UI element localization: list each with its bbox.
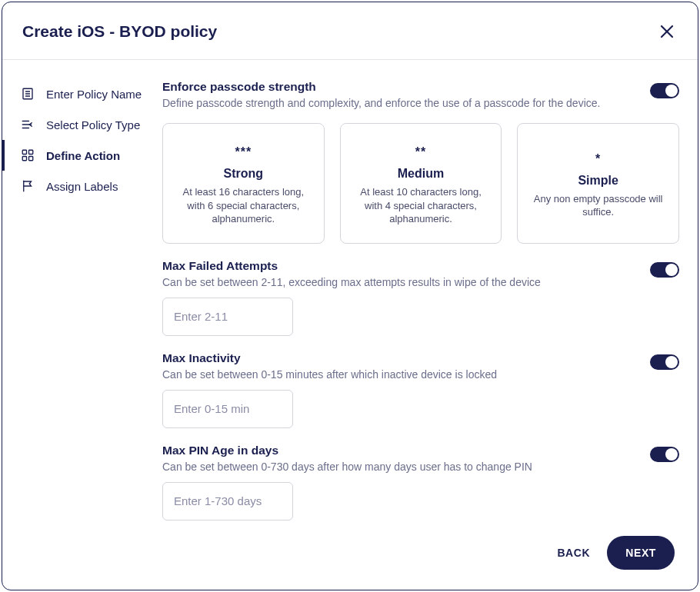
sidebar-item-label: Select Policy Type — [46, 118, 140, 131]
section-header: Max Failed Attempts Can be set between 2… — [162, 259, 679, 288]
dialog-footer: BACK NEXT — [2, 524, 698, 590]
card-description: Any non empty passcode will suffice. — [530, 192, 666, 219]
passcode-strength-options: *** Strong At least 16 characters long, … — [162, 123, 679, 244]
passcode-option-medium[interactable]: ** Medium At least 10 characters long, w… — [340, 123, 502, 244]
max-pin-age-input[interactable] — [162, 482, 293, 520]
flag-icon — [20, 178, 35, 194]
max-inactivity-section: Max Inactivity Can be set between 0-15 m… — [162, 351, 679, 428]
card-title: Simple — [530, 174, 666, 188]
close-icon — [659, 24, 675, 39]
section-title: Max PIN Age in days — [162, 444, 532, 457]
back-button[interactable]: BACK — [557, 547, 590, 559]
card-title: Strong — [175, 167, 312, 181]
sidebar-item-assign-labels[interactable]: Assign Labels — [2, 171, 162, 201]
section-header: Max Inactivity Can be set between 0-15 m… — [162, 351, 679, 381]
section-header: Max PIN Age in days Can be set between 0… — [162, 444, 679, 473]
section-subtitle: Define passcode strength and complexity,… — [162, 97, 600, 109]
card-description: At least 10 characters long, with 4 spec… — [353, 185, 489, 226]
svg-rect-11 — [22, 157, 26, 161]
passcode-option-simple[interactable]: * Simple Any non empty passcode will suf… — [517, 123, 679, 244]
strength-indicator: *** — [175, 145, 312, 159]
dialog-title: Create iOS - BYOD policy — [22, 22, 217, 41]
next-button[interactable]: NEXT — [607, 536, 675, 570]
sidebar-item-label: Define Action — [46, 149, 120, 162]
list-collapse-icon — [20, 117, 35, 132]
max-failed-attempts-section: Max Failed Attempts Can be set between 2… — [162, 259, 679, 336]
passcode-strength-section: Enforce passcode strength Define passcod… — [162, 80, 679, 244]
strength-indicator: * — [530, 152, 666, 166]
max-pin-age-toggle[interactable] — [650, 447, 679, 462]
section-subtitle: Can be set between 2-11, exceeding max a… — [162, 276, 541, 288]
document-icon — [20, 86, 35, 101]
max-failed-toggle[interactable] — [650, 262, 679, 278]
section-title: Max Failed Attempts — [162, 259, 541, 273]
max-failed-input[interactable] — [162, 298, 293, 336]
max-inactivity-input[interactable] — [162, 390, 293, 428]
sidebar-item-label: Assign Labels — [46, 180, 118, 193]
passcode-toggle[interactable] — [650, 83, 679, 98]
section-title: Max Inactivity — [162, 351, 497, 365]
sidebar-item-select-policy-type[interactable]: Select Policy Type — [2, 109, 162, 140]
svg-rect-12 — [29, 157, 33, 161]
sidebar: Enter Policy Name Select Policy Type Def… — [2, 60, 162, 524]
strength-indicator: ** — [353, 145, 489, 159]
create-policy-dialog: Create iOS - BYOD policy Enter Policy Na… — [2, 2, 698, 590]
svg-rect-10 — [29, 150, 33, 154]
section-subtitle: Can be set between 0-730 days after how … — [162, 461, 532, 473]
sidebar-item-enter-policy-name[interactable]: Enter Policy Name — [2, 78, 162, 109]
sidebar-item-label: Enter Policy Name — [46, 88, 142, 101]
dialog-body: Enter Policy Name Select Policy Type Def… — [2, 60, 698, 524]
svg-rect-9 — [22, 150, 26, 154]
main-content: Enforce passcode strength Define passcod… — [162, 60, 698, 524]
section-header: Enforce passcode strength Define passcod… — [162, 80, 679, 109]
sidebar-item-define-action[interactable]: Define Action — [2, 140, 162, 171]
section-subtitle: Can be set between 0-15 minutes after wh… — [162, 368, 497, 381]
close-button[interactable] — [659, 24, 675, 39]
dialog-header: Create iOS - BYOD policy — [2, 2, 698, 60]
section-title: Enforce passcode strength — [162, 80, 600, 94]
max-pin-age-section: Max PIN Age in days Can be set between 0… — [162, 444, 679, 520]
passcode-option-strong[interactable]: *** Strong At least 16 characters long, … — [162, 123, 325, 244]
card-description: At least 16 characters long, with 6 spec… — [175, 185, 312, 226]
grid-icon — [20, 148, 35, 163]
card-title: Medium — [353, 167, 489, 181]
max-inactivity-toggle[interactable] — [650, 354, 679, 370]
